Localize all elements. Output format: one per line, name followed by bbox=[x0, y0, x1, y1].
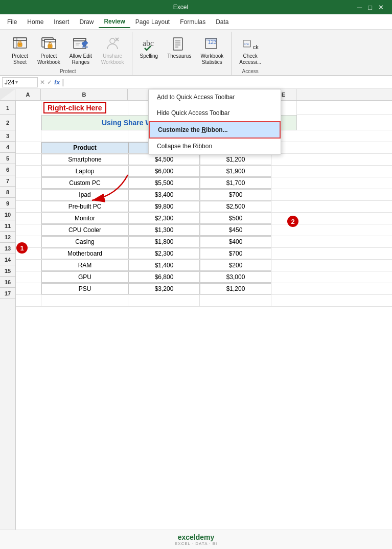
col-header-B[interactable]: B bbox=[41, 89, 128, 100]
r12-D[interactable]: $400 bbox=[200, 236, 271, 247]
col-header-A[interactable]: A bbox=[15, 89, 41, 100]
r14-A[interactable] bbox=[16, 260, 41, 271]
allow-edit-ranges-button[interactable]: Allow EditRanges bbox=[66, 34, 96, 67]
r7-B[interactable]: Custom PC bbox=[41, 177, 128, 189]
r5-B[interactable]: Smartphone bbox=[41, 154, 128, 165]
r13-C[interactable]: $2,300 bbox=[128, 248, 200, 259]
r14-C[interactable]: $1,400 bbox=[128, 260, 200, 271]
row-4-header[interactable]: 4 bbox=[0, 142, 15, 153]
r13-B[interactable]: Motherboard bbox=[41, 248, 128, 259]
menu-home[interactable]: Home bbox=[22, 16, 49, 28]
r10-D[interactable]: $500 bbox=[200, 213, 271, 224]
r16-D[interactable]: $1,200 bbox=[200, 283, 271, 294]
workbook-statistics-button[interactable]: 123 WorkbookStatistics bbox=[197, 34, 227, 67]
r6-B[interactable]: Laptop bbox=[41, 166, 128, 177]
row-3-header[interactable]: 3 bbox=[0, 130, 15, 142]
menu-data[interactable]: Data bbox=[211, 16, 234, 28]
row-12-header[interactable]: 12 bbox=[0, 232, 15, 243]
row-1-header[interactable]: 1 bbox=[0, 101, 15, 115]
context-hide-quick-access[interactable]: Hide Quick Access Toolbar bbox=[149, 105, 281, 121]
r14-D[interactable]: $200 bbox=[200, 260, 271, 271]
row-8-header[interactable]: 8 bbox=[0, 187, 15, 198]
row-16-header[interactable]: 16 bbox=[0, 277, 15, 288]
r11-A[interactable] bbox=[16, 224, 41, 236]
r11-D[interactable]: $450 bbox=[200, 224, 271, 236]
r15-A[interactable] bbox=[16, 271, 41, 283]
r10-A[interactable] bbox=[16, 213, 41, 224]
formula-fx-icon[interactable]: fx bbox=[54, 78, 60, 86]
r11-C[interactable]: $1,300 bbox=[128, 224, 200, 236]
r9-A[interactable] bbox=[16, 201, 41, 212]
r6-D[interactable]: $1,900 bbox=[200, 166, 271, 177]
r7-C[interactable]: $5,500 bbox=[128, 177, 200, 189]
r8-D[interactable]: $700 bbox=[200, 189, 271, 200]
r15-D[interactable]: $3,000 bbox=[200, 271, 271, 283]
row-11-header[interactable]: 11 bbox=[0, 220, 15, 232]
r17-B[interactable] bbox=[41, 295, 128, 306]
r4-B[interactable]: Product bbox=[41, 142, 128, 153]
r5-A[interactable] bbox=[16, 154, 41, 165]
r10-B[interactable]: Monitor bbox=[41, 213, 128, 224]
r8-C[interactable]: $3,400 bbox=[128, 189, 200, 200]
r8-A[interactable] bbox=[16, 189, 41, 200]
unshare-workbook-button[interactable]: UnshareWorkbook bbox=[98, 34, 128, 67]
r3-A[interactable] bbox=[16, 130, 41, 142]
menu-formulas[interactable]: Formulas bbox=[175, 16, 211, 28]
row-17-header[interactable]: 17 bbox=[0, 288, 15, 299]
protect-sheet-button[interactable]: ProtectSheet bbox=[8, 34, 32, 67]
r8-B[interactable]: Ipad bbox=[41, 189, 128, 200]
protect-workbook-button[interactable]: ProtectWorkbook bbox=[34, 34, 64, 67]
row-9-header[interactable]: 9 bbox=[0, 198, 15, 209]
minimize-btn[interactable]: ─ bbox=[357, 4, 362, 11]
spelling-button[interactable]: abc Spelling bbox=[136, 34, 162, 61]
r16-C[interactable]: $3,200 bbox=[128, 283, 200, 294]
r1-B[interactable]: Right-click Here bbox=[41, 101, 128, 115]
r17-C[interactable] bbox=[128, 295, 200, 306]
check-accessibility-button[interactable]: Check CheckAccessi... bbox=[236, 34, 265, 67]
row-7-header[interactable]: 7 bbox=[0, 175, 15, 187]
r3-B[interactable] bbox=[41, 130, 128, 142]
cell-reference-box[interactable]: J24 ▾ bbox=[2, 77, 38, 87]
row-15-header[interactable]: 15 bbox=[0, 265, 15, 277]
r1-A[interactable] bbox=[16, 101, 41, 115]
r14-B[interactable]: RAM bbox=[41, 260, 128, 271]
row-6-header[interactable]: 6 bbox=[0, 164, 15, 175]
menu-review[interactable]: Review bbox=[99, 16, 130, 28]
r13-D[interactable]: $700 bbox=[200, 248, 271, 259]
row-10-header[interactable]: 10 bbox=[0, 209, 15, 220]
r6-C[interactable]: $6,000 bbox=[128, 166, 200, 177]
row-13-header[interactable]: 13 bbox=[0, 243, 15, 254]
r17-A[interactable] bbox=[16, 295, 41, 306]
r15-B[interactable]: GPU bbox=[41, 271, 128, 283]
r11-B[interactable]: CPU Cooler bbox=[41, 224, 128, 236]
r5-C[interactable]: $4,500 bbox=[128, 154, 200, 165]
menu-insert[interactable]: Insert bbox=[49, 16, 74, 28]
context-customize-ribbon[interactable]: Customize the Ribbon... bbox=[149, 121, 281, 139]
menu-page-layout[interactable]: Page Layout bbox=[130, 16, 175, 28]
r9-D[interactable]: $2,500 bbox=[200, 201, 271, 212]
r7-A[interactable] bbox=[16, 177, 41, 189]
close-btn[interactable]: ✕ bbox=[378, 4, 384, 11]
row-14-header[interactable]: 14 bbox=[0, 254, 15, 265]
maximize-btn[interactable]: □ bbox=[368, 4, 372, 11]
r7-D[interactable]: $1,700 bbox=[200, 177, 271, 189]
r12-C[interactable]: $1,800 bbox=[128, 236, 200, 247]
r16-B[interactable]: PSU bbox=[41, 283, 128, 294]
cell-ref-dropdown[interactable]: ▾ bbox=[15, 79, 18, 85]
r9-B[interactable]: Pre-built PC bbox=[41, 201, 128, 212]
r16-A[interactable] bbox=[16, 283, 41, 294]
thesaurus-button[interactable]: Thesaurus bbox=[164, 34, 195, 61]
formula-confirm-icon[interactable]: ✓ bbox=[47, 79, 52, 86]
r17-D[interactable] bbox=[200, 295, 271, 306]
context-collapse-ribbon[interactable]: Collapse the Ribbon bbox=[149, 139, 281, 154]
r9-C[interactable]: $9,800 bbox=[128, 201, 200, 212]
row-2-header[interactable]: 2 bbox=[0, 115, 15, 130]
r5-D[interactable]: $1,200 bbox=[200, 154, 271, 165]
r4-A[interactable] bbox=[16, 142, 41, 153]
r15-C[interactable]: $6,800 bbox=[128, 271, 200, 283]
formula-cancel-icon[interactable]: ✕ bbox=[40, 79, 45, 86]
context-add-quick-access[interactable]: Add to Quick Access Toolbar bbox=[149, 89, 281, 105]
row-5-header[interactable]: 5 bbox=[0, 153, 15, 164]
r10-C[interactable]: $2,300 bbox=[128, 213, 200, 224]
r6-A[interactable] bbox=[16, 166, 41, 177]
